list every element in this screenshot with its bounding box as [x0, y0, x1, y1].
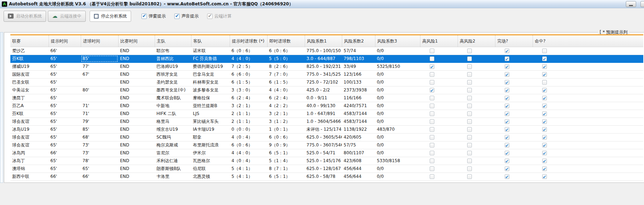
column-header[interactable]: 比赛时间 — [118, 35, 155, 47]
highrisk2-checkbox[interactable] — [467, 143, 472, 148]
table-row[interactable]: 芬K联65'85'END普林西比FC 芬克鲁德4（4：0）5（5：0）3.0 -… — [10, 55, 643, 63]
hit-checkbox[interactable] — [542, 166, 547, 171]
hit-checkbox[interactable] — [542, 96, 547, 100]
table-row[interactable]: 球会友谊65'73'END梅尔克斯咸布里斯托流浪6（0：6）9（0：9）775.… — [10, 141, 643, 149]
finished-checkbox[interactable] — [505, 56, 509, 61]
highrisk1-checkbox[interactable] — [430, 151, 434, 155]
finished-checkbox[interactable] — [505, 64, 509, 69]
hit-checkbox[interactable] — [542, 64, 547, 69]
finished-checkbox[interactable] — [505, 72, 509, 77]
cloud-compute-checkbox[interactable] — [207, 14, 213, 19]
popup-alert-checkbox[interactable] — [141, 14, 147, 19]
finished-checkbox[interactable] — [505, 135, 509, 140]
table-row[interactable]: 冰岛U1965'85'END维京古U19IA卡瑞U190（0：0）1（0：1）未… — [10, 126, 643, 134]
column-header[interactable]: 高风险2 — [458, 35, 495, 47]
column-header[interactable]: 提示时进球数 (*) — [230, 35, 267, 47]
hit-checkbox[interactable] — [542, 127, 547, 132]
highrisk1-checkbox[interactable] — [430, 104, 434, 108]
table-row[interactable]: 挪威U1965'77'END巴洛姆U19费德列斯达U197（2：5）8（2：6）… — [10, 63, 643, 71]
hit-checkbox[interactable] — [542, 104, 547, 108]
highrisk2-checkbox[interactable] — [467, 104, 472, 108]
column-header[interactable]: 完场? — [495, 35, 533, 47]
hit-checkbox[interactable] — [542, 151, 547, 155]
maximize-button[interactable] — [640, 1, 644, 7]
hit-checkbox[interactable] — [542, 49, 547, 53]
stop-analysis-button[interactable]: 停止分析系统 — [90, 11, 131, 22]
highrisk1-checkbox[interactable] — [430, 56, 434, 61]
table-row[interactable]: 芬乙A65'71'END中新地亚特兰提斯B3（2：1）4（2：2）40.0 - … — [10, 102, 643, 110]
table-row[interactable]: 国际友谊65'67'END西班牙女足巴拿马女足6（6：0）7（7：0）775.0… — [10, 71, 643, 79]
highrisk1-checkbox[interactable] — [430, 143, 434, 148]
column-header[interactable]: 提示时间 — [49, 35, 81, 47]
hit-checkbox[interactable] — [542, 56, 547, 61]
table-row[interactable]: 澳塔锦65'65'END朗赛斯顿B队伯尼联5（4：1）8（7：1）625.0 -… — [10, 165, 643, 173]
finished-checkbox[interactable] — [505, 49, 509, 53]
highrisk2-checkbox[interactable] — [467, 111, 472, 116]
column-header[interactable]: 联赛 — [10, 35, 49, 47]
finished-checkbox[interactable] — [505, 88, 509, 92]
highrisk1-checkbox[interactable] — [430, 96, 434, 100]
highrisk1-checkbox[interactable] — [430, 64, 434, 69]
highrisk2-checkbox[interactable] — [467, 159, 472, 163]
minimize-button[interactable] — [626, 1, 636, 7]
highrisk1-checkbox[interactable] — [430, 166, 434, 171]
hit-checkbox[interactable] — [542, 80, 547, 85]
highrisk1-checkbox[interactable] — [430, 111, 434, 116]
finished-checkbox[interactable] — [505, 174, 509, 179]
finished-checkbox[interactable] — [505, 96, 509, 100]
highrisk2-checkbox[interactable] — [467, 127, 472, 132]
table-row[interactable]: 新西中联66'66'END卡洛里北惠灵顿5（4：1）6（5：1）625.0 - … — [10, 173, 643, 181]
finished-checkbox[interactable] — [505, 166, 509, 171]
highrisk1-checkbox[interactable] — [430, 88, 434, 92]
highrisk1-checkbox[interactable] — [430, 119, 434, 124]
finished-checkbox[interactable] — [505, 111, 509, 116]
highrisk1-checkbox[interactable] — [430, 174, 434, 179]
table-row[interactable]: 澳昆丁65'END魔术联合B队摩格拉保6（2：4）6（2：4）0.0 - 9/1… — [10, 94, 643, 102]
cloud-connect-button[interactable]: ☁ 云端连接中 — [48, 11, 86, 22]
column-header[interactable]: 即时进球数 — [267, 35, 305, 47]
hit-checkbox[interactable] — [542, 135, 547, 140]
left-splitter[interactable] — [0, 32, 3, 183]
finished-checkbox[interactable] — [505, 127, 509, 132]
finished-checkbox[interactable] — [505, 159, 509, 163]
finished-checkbox[interactable] — [505, 104, 509, 108]
column-header[interactable]: 高风险1 — [420, 35, 458, 47]
highrisk2-checkbox[interactable] — [467, 151, 472, 155]
hit-checkbox[interactable] — [542, 143, 547, 148]
column-header[interactable]: 风险系数2 — [342, 35, 375, 47]
hit-checkbox[interactable] — [542, 72, 547, 77]
column-header[interactable]: 客队 — [191, 35, 230, 47]
hit-checkbox[interactable] — [542, 119, 547, 124]
highrisk1-checkbox[interactable] — [430, 159, 434, 163]
table-row[interactable]: 球会友谊65'79'END格里马莱比锡火车头2（1：1）3（1：2）1.0 - … — [10, 118, 643, 126]
highrisk2-checkbox[interactable] — [467, 166, 472, 171]
highrisk2-checkbox[interactable] — [467, 72, 472, 77]
highrisk2-checkbox[interactable] — [467, 49, 472, 53]
highrisk2-checkbox[interactable] — [467, 135, 472, 140]
column-header[interactable]: 进球时间 — [81, 35, 118, 47]
highrisk1-checkbox[interactable] — [430, 135, 434, 140]
finished-checkbox[interactable] — [505, 119, 509, 124]
highrisk1-checkbox[interactable] — [430, 80, 434, 85]
highrisk1-checkbox[interactable] — [430, 127, 434, 132]
table-row[interactable]: 球会友谊65'68'ENDSC魏玛耶拿4（0：4）6（0：6）625.0 - 3… — [10, 134, 643, 141]
table-row[interactable]: 中美运女65'80'END墨西哥女足(中)波多黎各女足3（3：0）4（4：0）4… — [10, 86, 643, 94]
table-row[interactable]: 冰岛丙66'73'END雷尼尔伊米尔4（4：0）6（5：1）525.0 - 54… — [10, 149, 643, 157]
column-header[interactable]: 风险系数1 — [305, 35, 342, 47]
finished-checkbox[interactable] — [505, 143, 509, 148]
hit-checkbox[interactable] — [542, 174, 547, 179]
column-header[interactable]: 命中? — [533, 35, 643, 47]
hit-checkbox[interactable] — [542, 159, 547, 163]
hit-checkbox[interactable] — [542, 88, 547, 92]
highrisk1-checkbox[interactable] — [430, 72, 434, 77]
table-row[interactable]: 巴圣女联65'END圣约瑟女足科林蒂安女足6（1：5）6（1：5）725.0 -… — [10, 79, 643, 86]
highrisk1-checkbox[interactable] — [430, 49, 434, 53]
table-row[interactable]: 芬K联65'71'ENDHIFK 二队LJS2（1：1）3（2：1）1.0 - … — [10, 110, 643, 118]
highrisk2-checkbox[interactable] — [467, 96, 472, 100]
highrisk2-checkbox[interactable] — [467, 88, 472, 92]
hit-checkbox[interactable] — [542, 111, 547, 116]
highrisk2-checkbox[interactable] — [467, 119, 472, 124]
highrisk2-checkbox[interactable] — [467, 64, 472, 69]
column-header[interactable]: 风险系数3 — [375, 35, 420, 47]
table-row[interactable]: 爱沙乙66'END耶尔韦诺米联6（0：6）6（0：6）775.0 - 100/1… — [10, 47, 643, 55]
